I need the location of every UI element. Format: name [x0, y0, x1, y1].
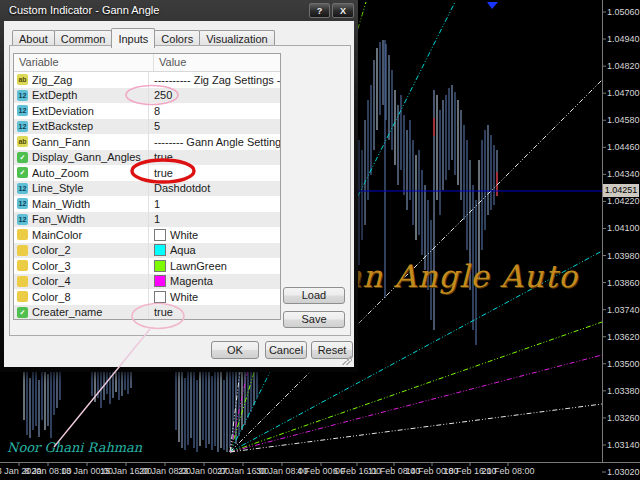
param-row-color_3[interactable]: Color_3LawnGreen — [14, 258, 280, 274]
bool-type-icon: ✓ — [17, 307, 28, 318]
param-value[interactable]: ---------- Zig Zag Settings ---------- — [148, 72, 280, 88]
table-body: abZig_Zag---------- Zig Zag Settings ---… — [14, 72, 280, 320]
param-value[interactable]: true — [148, 305, 280, 321]
param-value[interactable]: 250 — [148, 88, 280, 104]
ok-button[interactable]: OK — [211, 341, 259, 359]
price-tick-label: 1.03140 — [607, 440, 640, 450]
creator-signature: Noor Ghani Rahman — [7, 440, 142, 455]
indicator-settings-dialog: Custom Indicator - Gann Angle ? X AboutC… — [0, 0, 358, 372]
param-value[interactable]: White — [148, 289, 280, 305]
int-type-icon: 12 — [17, 183, 28, 194]
zigzag-marker-icon — [487, 2, 498, 9]
time-tick-label: 21 Feb 08:00 — [481, 466, 534, 476]
param-value[interactable]: Aqua — [148, 243, 280, 259]
param-row-main_width[interactable]: 12Main_Width1 — [14, 196, 280, 212]
param-value[interactable]: true — [148, 165, 280, 181]
dialog-title: Custom Indicator - Gann Angle — [9, 4, 159, 16]
param-row-extdeviation[interactable]: 12ExtDeviation8 — [14, 103, 280, 119]
param-value[interactable]: 8 — [148, 103, 280, 119]
param-row-maincolor[interactable]: MainColorWhite — [14, 227, 280, 243]
color-type-icon — [17, 245, 28, 256]
mt4-application: Gann Angle Auto Noor Ghani Rahman 1.0506… — [0, 0, 640, 480]
tab-inputs[interactable]: Inputs — [111, 28, 155, 48]
param-value[interactable]: Magenta — [148, 274, 280, 290]
color-type-icon — [17, 276, 28, 287]
price-tick-label: 1.04220 — [607, 196, 640, 206]
color-type-icon — [17, 229, 28, 240]
param-value[interactable]: -------- Gann Angle Settings -------- — [148, 134, 280, 150]
param-name: ExtBackstep — [32, 120, 148, 132]
param-row-gann_fann[interactable]: abGann_Fann-------- Gann Angle Settings … — [14, 134, 280, 150]
param-value[interactable]: 1 — [148, 212, 280, 228]
gann-fan-line — [230, 404, 602, 452]
param-name: Zig_Zag — [32, 74, 148, 86]
color-swatch — [154, 244, 166, 256]
column-header-variable: Variable — [14, 54, 153, 71]
param-name: Auto_Zoom — [32, 167, 148, 179]
int-type-icon: 12 — [17, 105, 28, 116]
param-value[interactable]: 1 — [148, 196, 280, 212]
param-row-zig_zag[interactable]: abZig_Zag---------- Zig Zag Settings ---… — [14, 72, 280, 88]
price-tick-label: 1.05060 — [607, 7, 640, 17]
color-swatch — [154, 275, 166, 287]
price-tick-label: 1.03380 — [607, 386, 640, 396]
color-swatch — [154, 291, 166, 303]
param-value[interactable]: LawnGreen — [148, 258, 280, 274]
bool-type-icon: ✓ — [17, 152, 28, 163]
param-value[interactable]: 5 — [148, 119, 280, 135]
price-tick-label: 1.03020 — [607, 467, 640, 477]
param-row-color_8[interactable]: Color_8White — [14, 289, 280, 305]
param-row-line_style[interactable]: 12Line_StyleDashdotdot — [14, 181, 280, 197]
param-name: ExtDepth — [32, 89, 148, 101]
param-row-extdepth[interactable]: 12ExtDepth250 — [14, 88, 280, 104]
price-tick-label: 1.03500 — [607, 359, 640, 369]
load-button[interactable]: Load — [283, 287, 345, 304]
param-row-fan_width[interactable]: 12Fan_Width1 — [14, 212, 280, 228]
param-name: Fan_Width — [32, 213, 148, 225]
str-type-icon: ab — [17, 74, 28, 85]
price-tick-label: 1.04820 — [607, 61, 640, 71]
param-name: Color_2 — [32, 244, 148, 256]
price-tick-label: 1.03860 — [607, 278, 640, 288]
bool-type-icon: ✓ — [17, 167, 28, 178]
color-type-icon — [17, 291, 28, 302]
color-swatch — [154, 260, 166, 272]
table-header: Variable Value — [14, 54, 280, 72]
param-row-extbackstep[interactable]: 12ExtBackstep5 — [14, 119, 280, 135]
cancel-button[interactable]: Cancel — [265, 341, 307, 359]
price-tick-label: 1.04580 — [607, 115, 640, 125]
price-tick-label: 1.04340 — [607, 169, 640, 179]
price-tick-label: 1.04460 — [607, 142, 640, 152]
param-name: Gann_Fann — [32, 136, 148, 148]
param-row-color_2[interactable]: Color_2Aqua — [14, 243, 280, 259]
price-tick-label: 1.03740 — [607, 305, 640, 315]
param-name: ExtDeviation — [32, 105, 148, 117]
param-name: Line_Style — [32, 182, 148, 194]
str-type-icon: ab — [17, 136, 28, 147]
param-name: Color_8 — [32, 291, 148, 303]
param-value[interactable]: true — [148, 150, 280, 166]
param-row-auto_zoom[interactable]: ✓Auto_Zoomtrue — [14, 165, 280, 181]
help-button[interactable]: ? — [309, 3, 330, 18]
price-tick-label: 1.04940 — [607, 34, 640, 44]
param-row-creater_name[interactable]: ✓Creater_nametrue — [14, 305, 280, 321]
int-type-icon: 12 — [17, 214, 28, 225]
param-value[interactable]: White — [148, 227, 280, 243]
column-header-value: Value — [153, 54, 280, 71]
save-button[interactable]: Save — [283, 311, 345, 328]
price-tick-label: 1.04700 — [607, 88, 640, 98]
param-name: Color_3 — [32, 260, 148, 272]
param-name: Display_Gann_Angles — [32, 151, 148, 163]
param-name: MainColor — [32, 229, 148, 241]
param-row-color_4[interactable]: Color_4Magenta — [14, 274, 280, 290]
color-swatch — [154, 229, 166, 241]
parameters-table: Variable Value abZig_Zag---------- Zig Z… — [13, 53, 281, 320]
param-name: Color_4 — [32, 275, 148, 287]
close-button[interactable]: X — [332, 3, 354, 18]
int-type-icon: 12 — [17, 198, 28, 209]
param-value[interactable]: Dashdotdot — [148, 181, 280, 197]
param-row-display_gann_angles[interactable]: ✓Display_Gann_Anglestrue — [14, 150, 280, 166]
resize-grip-icon[interactable] — [342, 355, 352, 365]
price-tick-label: 1.03620 — [607, 332, 640, 342]
price-tick-label: 1.03260 — [607, 413, 640, 423]
